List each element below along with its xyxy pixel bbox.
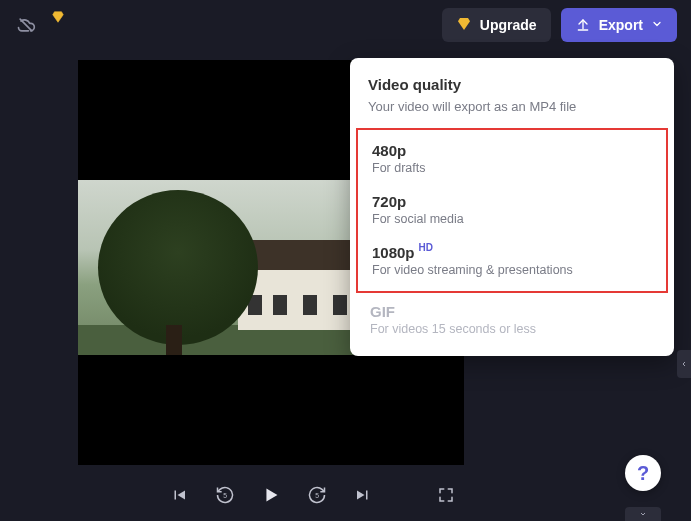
forward-5-button[interactable]: 5	[305, 483, 329, 507]
side-panel-toggle[interactable]	[677, 350, 691, 378]
export-quality-popover: Video quality Your video will export as …	[350, 58, 674, 356]
quality-option-1080p[interactable]: 1080p HD For video streaming & presentat…	[358, 236, 666, 287]
hd-badge: HD	[419, 242, 433, 253]
highlighted-options: 480p For drafts 720p For social media 10…	[356, 128, 668, 293]
cloud-off-icon[interactable]	[14, 13, 38, 37]
export-label: Export	[599, 17, 643, 33]
upgrade-label: Upgrade	[480, 17, 537, 33]
top-bar: Upgrade Export	[0, 0, 691, 50]
quality-option-480p[interactable]: 480p For drafts	[358, 134, 666, 185]
svg-text:5: 5	[223, 492, 227, 499]
option-desc: For social media	[372, 212, 652, 226]
timeline-toggle[interactable]	[625, 507, 661, 521]
playback-controls: 5 5	[78, 475, 464, 515]
option-label: GIF	[370, 303, 395, 320]
rewind-5-button[interactable]: 5	[213, 483, 237, 507]
option-desc: For drafts	[372, 161, 652, 175]
help-button[interactable]: ?	[625, 455, 661, 491]
quality-option-720p[interactable]: 720p For social media	[358, 185, 666, 236]
diamond-icon	[456, 16, 472, 35]
diamond-badge-icon	[46, 5, 70, 29]
option-desc: For videos 15 seconds or less	[370, 322, 654, 336]
fullscreen-button[interactable]	[434, 483, 458, 507]
chevron-down-icon	[651, 17, 663, 33]
option-desc: For video streaming & presentations	[372, 263, 652, 277]
export-button[interactable]: Export	[561, 8, 677, 42]
skip-end-button[interactable]	[351, 483, 375, 507]
upgrade-button[interactable]: Upgrade	[442, 8, 551, 42]
option-label: 1080p	[372, 244, 415, 261]
option-label: 480p	[372, 142, 406, 159]
play-button[interactable]	[259, 483, 283, 507]
option-label: 720p	[372, 193, 406, 210]
upload-icon	[575, 16, 591, 35]
svg-text:5: 5	[315, 492, 319, 499]
popover-header: Video quality Your video will export as …	[350, 76, 674, 128]
help-glyph: ?	[637, 462, 649, 485]
popover-title: Video quality	[368, 76, 656, 93]
quality-option-gif: GIF For videos 15 seconds or less	[350, 293, 674, 346]
popover-subtitle: Your video will export as an MP4 file	[368, 99, 656, 114]
skip-start-button[interactable]	[167, 483, 191, 507]
top-left-icons	[14, 13, 70, 37]
